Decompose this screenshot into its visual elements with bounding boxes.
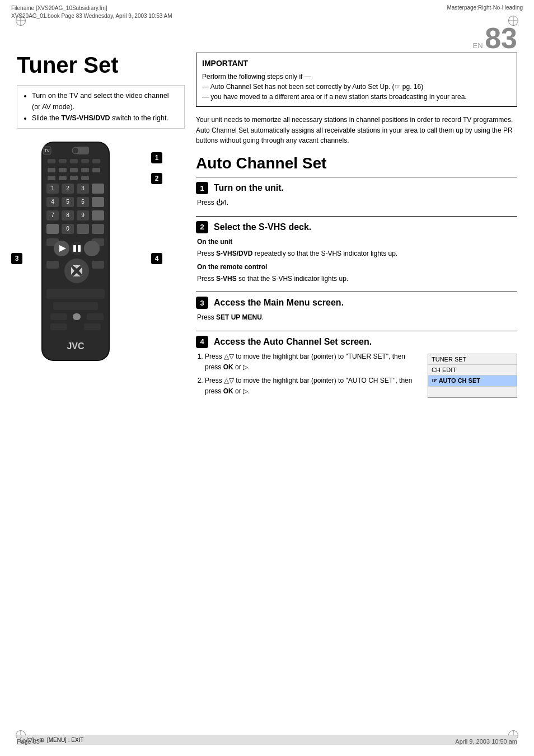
step-4-marker: 4: [196, 336, 208, 348]
svg-point-47: [70, 242, 83, 255]
step-1-symbol: ⏻: [216, 199, 223, 206]
svg-rect-59: [46, 289, 105, 299]
badge-1: 1: [151, 152, 162, 163]
footer-right: April 9, 2003 10:50 am: [455, 738, 517, 745]
important-title: IMPORTANT: [202, 58, 511, 69]
footer-left: Page 83: [17, 738, 40, 745]
page-title: Tuner Set: [17, 53, 185, 77]
badge-3: 3: [11, 253, 22, 264]
svg-text:5: 5: [66, 199, 69, 205]
header-left: Filename [XVS20AG_10Subsidiary.fm] XVS20…: [11, 4, 172, 20]
main-content: Tuner Set Turn on the TV and select the …: [0, 53, 534, 405]
step-4-block: 4 Access the Auto Channel Set screen. Pr…: [196, 331, 517, 405]
svg-point-50: [84, 241, 100, 256]
menu-row-empty: [428, 387, 517, 397]
svg-rect-8: [48, 168, 55, 172]
step-4-text: Press △▽ to move the highlight bar (poin…: [196, 351, 422, 400]
bullet-1: Turn on the TV and select the video chan…: [32, 90, 177, 112]
step-1-body: Press ⏻/I.: [196, 198, 517, 208]
svg-rect-14: [59, 176, 67, 180]
svg-rect-48: [73, 245, 76, 252]
step-2-block: 2 Select the S-VHS deck. On the unit Pre…: [196, 216, 517, 292]
svg-rect-11: [81, 168, 89, 172]
bullet-2: Slide the TV/S-VHS/DVD switch to the rig…: [32, 112, 177, 124]
header: Filename [XVS20AG_10Subsidiary.fm] XVS20…: [0, 0, 534, 22]
svg-rect-64: [50, 323, 67, 330]
svg-rect-65: [84, 323, 101, 330]
header-right: Masterpage:Right-No-Heading: [447, 4, 523, 11]
svg-rect-62: [73, 313, 81, 320]
svg-text:9: 9: [81, 212, 85, 218]
svg-rect-6: [81, 159, 89, 163]
svg-rect-37: [92, 210, 104, 220]
svg-rect-13: [48, 176, 55, 180]
step-3-marker: 3: [196, 297, 208, 309]
svg-rect-42: [92, 224, 104, 234]
step-4-item-2: Press △▽ to move the highlight bar (poin…: [205, 375, 422, 396]
intro-para: Your unit needs to memorize all necessar…: [196, 115, 517, 146]
svg-rect-3: [48, 159, 55, 163]
svg-text:0: 0: [66, 226, 69, 232]
step-3-header: 3 Access the Main Menu screen.: [196, 297, 517, 309]
important-body: Perform the following steps only if — — …: [202, 72, 511, 102]
svg-rect-7: [92, 159, 100, 163]
svg-rect-9: [59, 168, 67, 172]
step-2-header: 2 Select the S-VHS deck.: [196, 221, 517, 233]
step-4-header: 4 Access the Auto Channel Set screen.: [196, 336, 517, 348]
svg-rect-38: [46, 224, 59, 234]
page-footer: Page 83 April 9, 2003 10:50 am: [17, 738, 517, 745]
reg-mark-tl: [16, 16, 26, 26]
svg-rect-12: [92, 168, 100, 172]
step-1-block: 1 Turn on the unit. Press ⏻/I.: [196, 177, 517, 216]
left-column: Tuner Set Turn on the TV and select the …: [17, 53, 185, 405]
menu-row-autochset: ☞ AUTO CH SET: [428, 375, 517, 387]
svg-rect-51: [46, 261, 59, 269]
svg-rect-58: [92, 261, 104, 269]
step-4-item-1: Press △▽ to move the highlight bar (poin…: [205, 351, 422, 372]
svg-rect-41: [77, 224, 89, 234]
step-2-sub2-label: On the remote control: [197, 262, 517, 273]
svg-text:4: 4: [51, 199, 54, 205]
svg-text:TV: TV: [45, 149, 50, 153]
svg-rect-15: [70, 176, 78, 180]
svg-rect-63: [87, 313, 104, 320]
step-4-title: Access the Auto Channel Set screen.: [214, 337, 372, 347]
svg-rect-5: [70, 159, 78, 163]
step-1-text: Press ⏻/I.: [197, 198, 517, 208]
remote-svg: 1 2 3 4 5 6 7 8 9: [17, 137, 134, 372]
step-4-content: Press △▽ to move the highlight bar (poin…: [196, 351, 517, 400]
svg-text:2: 2: [66, 185, 69, 191]
step-2-sub1-label: On the unit: [197, 237, 517, 247]
step-1-header: 1 Turn on the unit.: [196, 182, 517, 194]
step-1-marker: 1: [196, 182, 208, 194]
page-number-area: EN 83: [0, 22, 534, 53]
svg-rect-16: [81, 176, 89, 180]
menu-screen: TUNER SET CH EDIT ☞ AUTO CH SET [△/▽]→⊞ …: [428, 354, 517, 398]
svg-rect-30: [92, 197, 104, 207]
step-2-sub1-text: Press S-VHS/DVD repeatedly so that the S…: [197, 248, 517, 259]
svg-point-2: [72, 147, 79, 154]
svg-text:1: 1: [51, 185, 54, 191]
step-1-title: Turn on the unit.: [214, 183, 284, 193]
section-title: Auto Channel Set: [196, 154, 517, 173]
badge-2: 2: [151, 173, 162, 184]
svg-rect-4: [59, 159, 67, 163]
step-3-body: Press SET UP MENU.: [196, 312, 517, 323]
menu-row-tuner: TUNER SET: [428, 354, 517, 365]
remote-container: 1 2 3 4: [17, 137, 157, 373]
step-3-text: Press SET UP MENU.: [197, 312, 517, 323]
svg-text:7: 7: [51, 212, 54, 218]
svg-text:8: 8: [66, 212, 69, 218]
bullet-box: Turn on the TV and select the video chan…: [17, 85, 185, 129]
step-3-title: Access the Main Menu screen.: [214, 298, 344, 308]
step-2-title: Select the S-VHS deck.: [214, 222, 311, 232]
step-3-block: 3 Access the Main Menu screen. Press SET…: [196, 292, 517, 331]
step-2-body: On the unit Press S-VHS/DVD repeatedly s…: [196, 237, 517, 284]
svg-rect-60: [53, 302, 98, 310]
step-2-sub2-text: Press S-VHS so that the S-VHS indicator …: [197, 274, 517, 284]
svg-rect-49: [78, 245, 81, 252]
reg-mark-tr: [508, 16, 518, 26]
page-num: 83: [485, 22, 517, 54]
menu-row-chedit: CH EDIT: [428, 365, 517, 375]
svg-rect-61: [50, 313, 67, 320]
